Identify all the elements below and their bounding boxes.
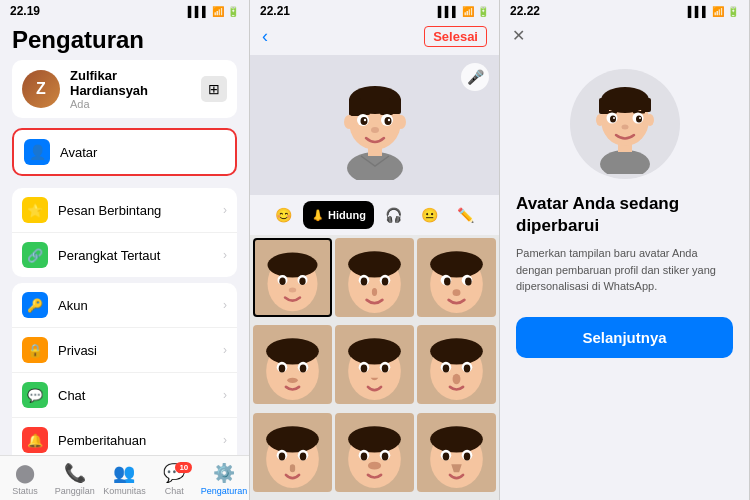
svg-point-50 xyxy=(382,365,389,373)
time-1: 22.19 xyxy=(10,4,40,18)
svg-point-7 xyxy=(396,115,406,129)
menu-item-account[interactable]: 🔑 Akun › xyxy=(12,283,237,328)
page-title: Pengaturan xyxy=(12,26,237,54)
svg-point-14 xyxy=(363,119,365,121)
close-button[interactable]: ✕ xyxy=(512,26,525,45)
avatar-option-3[interactable] xyxy=(417,238,496,317)
svg-point-59 xyxy=(266,426,319,452)
nav-community[interactable]: 👥 Komunitas xyxy=(100,462,150,496)
menu-label-notif: Pemberitahuan xyxy=(58,433,213,448)
svg-point-22 xyxy=(299,278,305,286)
menu-section-avatar: 👤 Avatar xyxy=(12,128,237,176)
status-bar-1: 22.19 ▌▌▌ 📶 🔋 xyxy=(0,0,249,20)
svg-rect-64 xyxy=(290,464,295,472)
panel-settings: 22.19 ▌▌▌ 📶 🔋 Pengaturan Z Zulfikar Hard… xyxy=(0,0,250,500)
svg-point-63 xyxy=(300,452,307,460)
svg-point-16 xyxy=(371,127,379,133)
avatar-option-8[interactable] xyxy=(335,413,414,492)
status-bar-3: 22.22 ▌▌▌ 📶 🔋 xyxy=(500,0,749,20)
svg-point-52 xyxy=(430,338,483,364)
menu-item-avatar[interactable]: 👤 Avatar xyxy=(12,128,237,176)
svg-point-35 xyxy=(444,278,451,286)
menu-label-account: Akun xyxy=(58,298,213,313)
tool-edit[interactable]: ✏️ xyxy=(450,201,482,229)
svg-point-13 xyxy=(384,117,391,125)
svg-point-73 xyxy=(430,426,483,452)
svg-point-69 xyxy=(361,452,368,460)
menu-item-starred[interactable]: ⭐ Pesan Berbintang › xyxy=(12,188,237,233)
svg-point-23 xyxy=(289,288,297,293)
avatar-option-4[interactable] xyxy=(253,325,332,404)
svg-point-62 xyxy=(279,452,286,460)
avatar-3d-preview xyxy=(585,74,665,174)
updated-content: Avatar Anda sedang diperbarui Pamerkan t… xyxy=(500,53,749,500)
tool-nose[interactable]: 👃 Hidung xyxy=(303,201,374,229)
nav-calls[interactable]: 📞 Panggilan xyxy=(50,462,100,496)
chat-icon: 💬 xyxy=(22,382,48,408)
svg-point-30 xyxy=(372,288,377,296)
chevron-icon-6: › xyxy=(223,433,227,447)
svg-point-84 xyxy=(596,114,604,126)
svg-point-42 xyxy=(279,365,286,373)
qr-icon[interactable]: ⊞ xyxy=(201,76,227,102)
avatar-option-2[interactable] xyxy=(335,238,414,317)
svg-rect-37 xyxy=(453,289,461,296)
nav-community-label: Komunitas xyxy=(103,486,146,496)
svg-point-39 xyxy=(266,338,319,364)
tool-face[interactable]: 😊 xyxy=(267,201,299,229)
svg-point-55 xyxy=(443,365,450,373)
menu-section-1: ⭐ Pesan Berbintang › 🔗 Perangkat Tertaut… xyxy=(12,188,237,277)
svg-rect-5 xyxy=(389,98,401,114)
selanjutnya-button[interactable]: Selanjutnya xyxy=(516,317,733,358)
nav-status[interactable]: ⬤ Status xyxy=(0,462,50,496)
community-icon: 👥 xyxy=(113,462,135,484)
tool-expression[interactable]: 😐 xyxy=(414,201,446,229)
menu-item-chat[interactable]: 💬 Chat › xyxy=(12,373,237,418)
wifi-icon: 📶 xyxy=(212,6,224,17)
back-button[interactable]: ‹ xyxy=(262,26,268,47)
menu-label-avatar: Avatar xyxy=(60,145,225,160)
svg-point-36 xyxy=(465,278,472,286)
svg-point-93 xyxy=(639,117,641,119)
mic-button[interactable]: 🎤 xyxy=(461,63,489,91)
nav-status-label: Status xyxy=(12,486,38,496)
updated-description: Pamerkan tampilan baru avatar Anda denga… xyxy=(516,245,733,295)
nav-settings-label: Pengaturan xyxy=(201,486,248,496)
avatar-grid xyxy=(250,235,499,500)
avatar-option-5[interactable] xyxy=(335,325,414,404)
notif-icon: 🔔 xyxy=(22,427,48,453)
time-2: 22.21 xyxy=(260,4,290,18)
menu-item-devices[interactable]: 🔗 Perangkat Tertaut › xyxy=(12,233,237,277)
time-3: 22.22 xyxy=(510,4,540,18)
svg-point-78 xyxy=(600,150,650,174)
avatar-option-7[interactable] xyxy=(253,413,332,492)
status-icons-2: ▌▌▌ 📶 🔋 xyxy=(438,6,489,17)
avatar-display: 🎤 xyxy=(250,55,499,195)
svg-rect-83 xyxy=(641,98,651,112)
account-icon: 🔑 xyxy=(22,292,48,318)
avatar-option-9[interactable] xyxy=(417,413,496,492)
selesai-button[interactable]: Selesai xyxy=(424,26,487,47)
avatar-option-1[interactable] xyxy=(253,238,332,317)
nav-settings[interactable]: ⚙️ Pengaturan xyxy=(199,462,249,496)
nav-chat-label: Chat xyxy=(165,486,184,496)
status-icons-3: ▌▌▌ 📶 🔋 xyxy=(688,6,739,17)
tool-audio[interactable]: 🎧 xyxy=(378,201,410,229)
calls-icon: 📞 xyxy=(64,462,86,484)
profile-row[interactable]: Z Zulfikar Hardiansyah Ada ⊞ xyxy=(12,60,237,118)
svg-point-43 xyxy=(300,365,307,373)
svg-point-94 xyxy=(621,125,628,130)
profile-status: Ada xyxy=(70,98,191,110)
svg-point-91 xyxy=(636,116,642,123)
nav-chat[interactable]: 💬 10 Chat xyxy=(149,462,199,496)
battery-icon-3: 🔋 xyxy=(727,6,739,17)
settings-nav-icon: ⚙️ xyxy=(213,462,235,484)
privacy-icon: 🔒 xyxy=(22,337,48,363)
svg-point-49 xyxy=(361,365,368,373)
avatar-option-6[interactable] xyxy=(417,325,496,404)
menu-item-privacy[interactable]: 🔒 Privasi › xyxy=(12,328,237,373)
menu-label-chat: Chat xyxy=(58,388,213,403)
chevron-icon-2: › xyxy=(223,248,227,262)
battery-icon-2: 🔋 xyxy=(477,6,489,17)
settings-header: Pengaturan Z Zulfikar Hardiansyah Ada ⊞ xyxy=(0,20,249,122)
